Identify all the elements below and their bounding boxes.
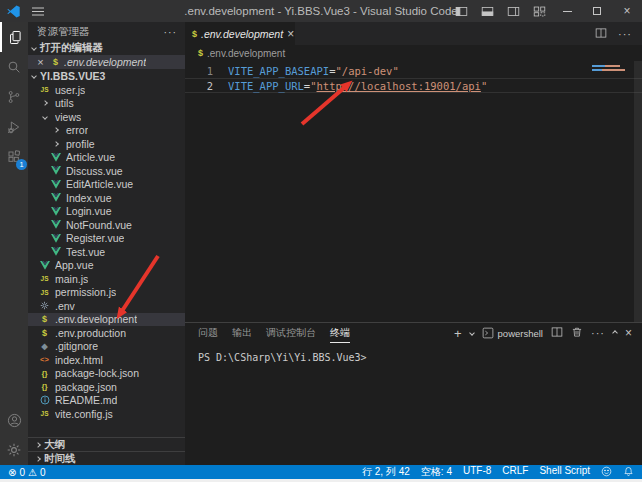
tree-item-test-vue[interactable]: Test.vue bbox=[28, 245, 185, 259]
tree-item-error[interactable]: error bbox=[28, 124, 185, 138]
activitybar-run-debug[interactable] bbox=[0, 112, 28, 142]
tree-item-index-vue[interactable]: Index.vue bbox=[28, 191, 185, 205]
tree-item-permission-js[interactable]: JSpermission.js bbox=[28, 286, 185, 300]
explorer-more-actions-icon[interactable]: ··· bbox=[164, 26, 178, 38]
code-line-1[interactable]: 1 VITE_APP_BASEAPI="/api-dev" bbox=[185, 63, 642, 78]
minimap[interactable] bbox=[592, 65, 625, 71]
tree-item-profile[interactable]: profile bbox=[28, 137, 185, 151]
status-indentation[interactable]: 空格: 4 bbox=[421, 465, 452, 479]
js-icon: JS bbox=[41, 86, 49, 93]
tree-item-user-js[interactable]: JSuser.js bbox=[28, 83, 185, 97]
env-icon: $ bbox=[192, 29, 197, 39]
close-editor-icon[interactable]: × bbox=[35, 56, 46, 68]
open-editor-item-env-development[interactable]: × $ .env.development bbox=[28, 55, 185, 69]
tree-item-discuss-vue[interactable]: Discuss.vue bbox=[28, 164, 185, 178]
tab-label: .env.development bbox=[201, 28, 283, 40]
activitybar-extensions[interactable]: 1 bbox=[0, 142, 28, 172]
env-icon: $ bbox=[198, 48, 203, 58]
breadcrumb[interactable]: $ .env.development bbox=[185, 45, 642, 61]
chevron-right-icon bbox=[53, 127, 59, 133]
new-terminal-icon[interactable]: + bbox=[454, 327, 462, 340]
activitybar-source-control[interactable] bbox=[0, 82, 28, 112]
explorer-files-icon bbox=[7, 29, 24, 46]
toggle-panel-icon[interactable] bbox=[474, 0, 500, 22]
bottom-panel: 问题输出调试控制台终端 + powershell bbox=[185, 322, 642, 465]
error-icon: ⊗ bbox=[8, 467, 16, 478]
project-root-header[interactable]: YI.BBS.VUE3 bbox=[28, 69, 185, 83]
maximize-button[interactable] bbox=[582, 0, 612, 22]
close-panel-icon[interactable]: × bbox=[625, 326, 632, 340]
terminal-icon bbox=[482, 327, 494, 339]
vscode-window: .env.development - Yi.BBS.Vue3 - Visual … bbox=[0, 0, 642, 482]
customize-layout-icon[interactable] bbox=[526, 0, 552, 22]
search-icon bbox=[6, 59, 22, 75]
tree-item-article-vue[interactable]: Article.vue bbox=[28, 151, 185, 165]
tree-item-register-vue[interactable]: Register.vue bbox=[28, 232, 185, 246]
explorer-sidebar: 资源管理器 ··· 打开的编辑器 × $ .env.development YI… bbox=[28, 22, 185, 465]
vue-icon bbox=[40, 261, 50, 270]
account-icon[interactable] bbox=[0, 412, 28, 429]
env-icon: $ bbox=[42, 328, 47, 338]
split-terminal-icon[interactable] bbox=[551, 326, 563, 341]
vue-icon bbox=[51, 207, 61, 216]
tree-item-app-vue[interactable]: App.vue bbox=[28, 259, 185, 273]
editor-more-actions-icon[interactable]: ··· bbox=[618, 28, 632, 40]
terminal-profile[interactable]: powershell bbox=[482, 327, 543, 339]
vue-icon bbox=[51, 247, 61, 256]
panel-tab-output[interactable]: 输出 bbox=[232, 323, 252, 343]
tree-item-vite-config-js[interactable]: JSvite.config.js bbox=[28, 407, 185, 421]
env-icon: $ bbox=[53, 57, 58, 67]
url-link[interactable]: http://localhost:19001/api bbox=[317, 80, 481, 92]
close-tab-icon[interactable]: × bbox=[287, 27, 294, 41]
tree-item-env-development[interactable]: $.env.development bbox=[28, 313, 185, 327]
problems-status[interactable]: ⊗ 0 ⚠ 0 bbox=[8, 467, 45, 478]
window-title: .env.development - Yi.BBS.Vue3 - Visual … bbox=[184, 5, 457, 17]
panel-more-actions-icon[interactable]: ··· bbox=[591, 327, 605, 339]
status-eol[interactable]: CRLF bbox=[502, 465, 528, 479]
tree-item-utils[interactable]: utils bbox=[28, 97, 185, 111]
panel-tab-problems[interactable]: 问题 bbox=[198, 323, 218, 343]
vue-icon bbox=[51, 153, 61, 162]
tree-item-editarticle-vue[interactable]: EditArticle.vue bbox=[28, 178, 185, 192]
vue-icon bbox=[51, 220, 61, 229]
terminal-profile-dropdown-icon[interactable] bbox=[469, 330, 475, 336]
editor-scrollbar[interactable] bbox=[634, 61, 642, 322]
tree-item-notfound-vue[interactable]: NotFound.vue bbox=[28, 218, 185, 232]
tree-item-package-lock-json[interactable]: {}package-lock.json bbox=[28, 367, 185, 381]
outline-section-header[interactable]: 大纲 bbox=[28, 437, 185, 451]
activitybar-explorer[interactable] bbox=[0, 22, 28, 52]
feedback-icon[interactable] bbox=[601, 466, 612, 479]
notifications-bell-icon[interactable] bbox=[623, 466, 634, 479]
tab-env-development[interactable]: $ .env.development × bbox=[185, 22, 295, 45]
tree-item-env[interactable]: .env bbox=[28, 299, 185, 313]
maximize-panel-icon[interactable] bbox=[612, 330, 618, 336]
menu-hamburger-icon[interactable] bbox=[32, 0, 44, 22]
open-editors-header[interactable]: 打开的编辑器 bbox=[28, 41, 185, 55]
tree-item-package-json[interactable]: {}package.json bbox=[28, 380, 185, 394]
panel-tab-debug-console[interactable]: 调试控制台 bbox=[266, 323, 316, 343]
settings-gear-icon[interactable] bbox=[0, 442, 28, 458]
tree-item-gitignore[interactable]: ◆.gitignore bbox=[28, 340, 185, 354]
split-editor-icon[interactable] bbox=[595, 25, 607, 43]
tree-item-readme-md[interactable]: README.md bbox=[28, 394, 185, 408]
tree-item-login-vue[interactable]: Login.vue bbox=[28, 205, 185, 219]
status-bar: ⊗ 0 ⚠ 0 行 2, 列 42空格: 4UTF-8CRLFShell Scr… bbox=[0, 465, 642, 479]
status-cursor-position[interactable]: 行 2, 列 42 bbox=[362, 465, 410, 479]
kill-terminal-trash-icon[interactable] bbox=[571, 326, 583, 341]
activitybar-search[interactable] bbox=[0, 52, 28, 82]
toggle-secondary-sidebar-icon[interactable] bbox=[500, 0, 526, 22]
timeline-section-header[interactable]: 时间线 bbox=[28, 451, 185, 465]
minimize-button[interactable] bbox=[552, 0, 582, 22]
tree-item-views[interactable]: views bbox=[28, 110, 185, 124]
tree-item-env-production[interactable]: $.env.production bbox=[28, 326, 185, 340]
status-encoding[interactable]: UTF-8 bbox=[463, 465, 491, 479]
tree-item-index-html[interactable]: <>index.html bbox=[28, 353, 185, 367]
status-language-mode[interactable]: Shell Script bbox=[539, 465, 590, 479]
terminal-output[interactable]: PS D:\CSharp\Yi\Yi.BBS.Vue3> bbox=[185, 343, 642, 465]
close-button[interactable]: × bbox=[612, 0, 642, 22]
terminal-profile-label: powershell bbox=[498, 328, 543, 339]
tree-item-main-js[interactable]: JSmain.js bbox=[28, 272, 185, 286]
panel-tab-terminal[interactable]: 终端 bbox=[330, 323, 350, 343]
code-line-2[interactable]: 2 VITE_APP_URL="http://localhost:19001/a… bbox=[185, 78, 642, 93]
code-editor[interactable]: 1 VITE_APP_BASEAPI="/api-dev" 2 VITE_APP… bbox=[185, 61, 642, 322]
